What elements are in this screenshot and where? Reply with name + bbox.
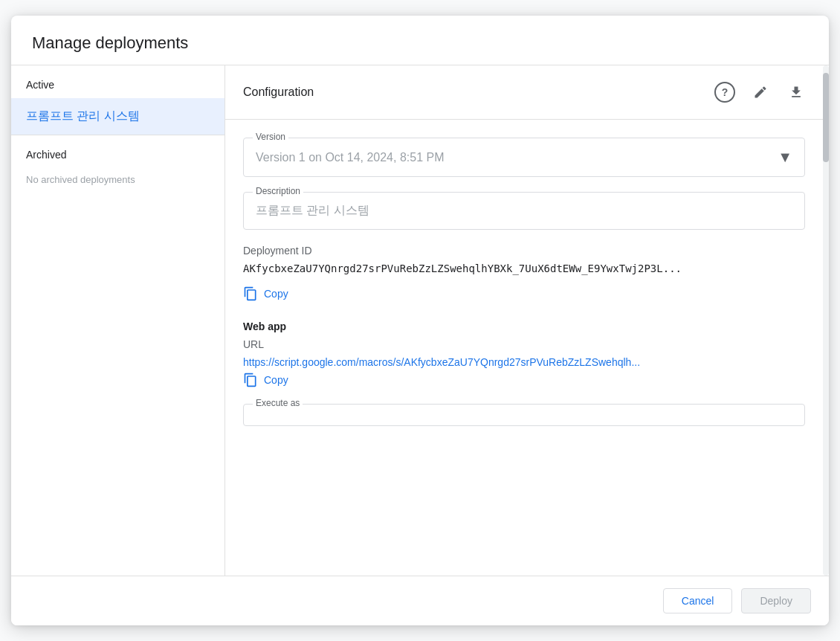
deployment-id-section: Deployment ID AKfycbxeZaU7YQnrgd27srPVuR…: [243, 245, 805, 306]
web-app-section: Web app URL https://script.google.com/ma…: [243, 320, 805, 426]
copy-url-button[interactable]: Copy: [243, 368, 288, 392]
description-field-group: Description 프롬프트 관리 시스템: [243, 192, 805, 230]
question-circle-icon: ?: [714, 82, 735, 103]
deployment-id-label: Deployment ID: [243, 245, 805, 257]
execute-as-label: Execute as: [253, 398, 303, 408]
download-icon: [789, 85, 804, 100]
help-button[interactable]: ?: [710, 77, 740, 107]
copy-icon-2: [243, 373, 258, 387]
dialog-body: Active 프롬프트 관리 시스템 Archived No archived …: [11, 65, 829, 576]
web-app-label: Web app: [243, 320, 805, 332]
manage-deployments-dialog: Manage deployments Active 프롬프트 관리 시스템 Ar…: [11, 16, 829, 625]
copy-deployment-id-button[interactable]: Copy: [243, 282, 288, 306]
scrollbar-thumb[interactable]: [823, 73, 829, 162]
archived-section-label: Archived: [11, 135, 224, 168]
version-dropdown-arrow: ▼: [778, 149, 792, 166]
edit-button[interactable]: [746, 77, 775, 107]
main-content: Configuration ?: [225, 65, 829, 576]
copy-icon-1: [243, 286, 258, 301]
scrollbar-track: [823, 65, 829, 576]
active-section-label: Active: [11, 65, 224, 98]
main-header: Configuration ?: [225, 65, 829, 120]
description-value: 프롬프트 관리 시스템: [244, 193, 804, 229]
url-label: URL: [243, 338, 805, 350]
cancel-button[interactable]: Cancel: [663, 588, 733, 613]
version-label: Version: [253, 132, 288, 142]
version-value[interactable]: Version 1 on Oct 14, 2024, 8:51 PM ▼: [244, 138, 804, 176]
dialog-footer: Cancel Deploy: [11, 576, 829, 625]
content-area: Version Version 1 on Oct 14, 2024, 8:51 …: [225, 120, 829, 576]
no-archived-label: No archived deployments: [11, 168, 224, 196]
dialog-title: Manage deployments: [11, 16, 829, 65]
download-button[interactable]: [781, 77, 811, 107]
deployment-id-value: AKfycbxeZaU7YQnrgd27srPVuRebZzLZSwehqlhY…: [243, 262, 805, 274]
deploy-button[interactable]: Deploy: [741, 588, 811, 613]
pencil-icon: [753, 85, 768, 100]
active-deployment-item[interactable]: 프롬프트 관리 시스템: [11, 98, 224, 135]
description-label: Description: [253, 186, 303, 196]
version-field-group: Version Version 1 on Oct 14, 2024, 8:51 …: [243, 138, 805, 177]
url-value[interactable]: https://script.google.com/macros/s/AKfyc…: [243, 356, 640, 368]
configuration-title: Configuration: [243, 86, 704, 99]
sidebar: Active 프롬프트 관리 시스템 Archived No archived …: [11, 65, 225, 576]
